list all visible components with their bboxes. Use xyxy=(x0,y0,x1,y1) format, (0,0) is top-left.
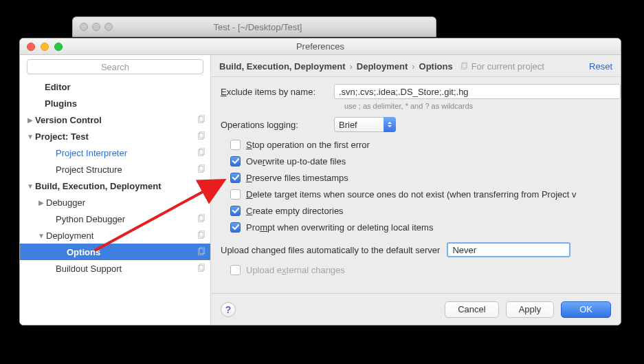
checkbox-icon xyxy=(230,156,241,167)
preferences-window: Preferences Editor Plugins ▶Version Cont… xyxy=(19,38,621,325)
settings-panel: Build, Execution, Deployment › Deploymen… xyxy=(211,55,621,325)
operations-logging-label: Operations logging: xyxy=(221,120,334,130)
copy-icon xyxy=(197,214,206,224)
for-current-project-label: For current project xyxy=(460,61,544,72)
checkbox-icon xyxy=(230,173,241,183)
sidebar-item-build-exec-deploy[interactable]: ▼Build, Execution, Deployment xyxy=(20,178,210,194)
checkbox-upload-external[interactable]: Upload external changes xyxy=(230,261,621,278)
parent-window-title: Test - [~/Desktop/Test] xyxy=(113,22,403,32)
chevron-right-icon: › xyxy=(349,61,352,72)
sidebar-item-debugger[interactable]: ▶Debugger xyxy=(20,194,210,211)
sidebar-item-version-control[interactable]: ▶Version Control xyxy=(20,111,210,128)
copy-icon xyxy=(197,148,206,158)
ok-button[interactable]: OK xyxy=(561,301,611,318)
exclude-items-field[interactable] xyxy=(334,84,621,99)
checkbox-option-3[interactable]: Delete target items when source ones do … xyxy=(230,186,621,202)
copy-icon xyxy=(197,115,206,125)
copy-icon xyxy=(197,231,206,240)
checkbox-label: Overwrite up-to-date files xyxy=(246,156,346,167)
sidebar-item-editor[interactable]: Editor xyxy=(20,78,210,95)
checkbox-icon xyxy=(230,206,241,216)
checkbox-label: Create empty directories xyxy=(246,206,344,216)
window-titlebar: Preferences xyxy=(20,39,621,55)
apply-button[interactable]: Apply xyxy=(506,301,555,318)
sidebar-item-project[interactable]: ▼Project: Test xyxy=(20,128,210,144)
operations-logging-select[interactable]: Brief xyxy=(334,117,396,132)
sidebar-item-project-structure[interactable]: Project Structure xyxy=(20,161,210,178)
sidebar-item-deployment[interactable]: ▼Deployment xyxy=(20,227,210,244)
upload-changed-label: Upload changed files automatically to th… xyxy=(221,245,440,255)
settings-tree: Editor Plugins ▶Version Control ▼Project… xyxy=(20,78,210,325)
checkbox-icon xyxy=(230,222,241,233)
checkbox-option-5[interactable]: Prompt when overwriting or deleting loca… xyxy=(230,219,621,235)
checkbox-label: Delete target items when source ones do … xyxy=(246,189,577,200)
copy-icon xyxy=(197,164,206,174)
reset-link[interactable]: Reset xyxy=(589,61,612,72)
breadcrumb-3: Options xyxy=(419,61,453,72)
checkbox-option-0[interactable]: Stop operation on the first error xyxy=(230,136,621,153)
parent-traffic-zoom[interactable] xyxy=(104,23,113,31)
checkbox-icon xyxy=(230,265,241,275)
parent-traffic-min[interactable] xyxy=(92,23,100,31)
checkbox-icon xyxy=(230,189,241,200)
checkbox-label: Stop operation on the first error xyxy=(246,140,370,150)
sidebar-item-python-debugger[interactable]: Python Debugger xyxy=(20,211,210,227)
copy-icon xyxy=(197,264,206,273)
sidebar-item-plugins[interactable]: Plugins xyxy=(20,95,210,111)
breadcrumb-1[interactable]: Build, Execution, Deployment xyxy=(219,61,345,72)
breadcrumb: Build, Execution, Deployment › Deploymen… xyxy=(211,55,621,77)
checkbox-label: Prompt when overwriting or deleting loca… xyxy=(246,222,433,233)
parent-traffic-close[interactable] xyxy=(80,23,88,31)
checkbox-option-4[interactable]: Create empty directories xyxy=(230,202,621,219)
cancel-button[interactable]: Cancel xyxy=(445,301,498,318)
exclude-items-label: Exclude items by name: xyxy=(221,87,334,97)
chevron-right-icon: › xyxy=(412,61,414,72)
search-input[interactable] xyxy=(27,59,203,74)
copy-icon xyxy=(197,131,206,141)
checkbox-option-1[interactable]: Overwrite up-to-date files xyxy=(230,153,621,169)
sidebar-item-buildout-support[interactable]: Buildout Support xyxy=(20,260,210,277)
exclude-hint: use ; as delimiter, * and ? as wildcards xyxy=(344,102,621,110)
upload-changed-select[interactable]: Never xyxy=(447,242,570,257)
dialog-footer: ? Cancel Apply OK xyxy=(211,293,621,325)
copy-icon xyxy=(197,247,206,257)
window-title: Preferences xyxy=(20,41,621,52)
help-button[interactable]: ? xyxy=(221,302,236,317)
sidebar-item-project-interpreter[interactable]: Project Interpreter xyxy=(20,144,210,161)
settings-sidebar: Editor Plugins ▶Version Control ▼Project… xyxy=(20,55,211,325)
sidebar-item-options[interactable]: Options xyxy=(20,244,210,260)
breadcrumb-2[interactable]: Deployment xyxy=(357,61,408,72)
copy-icon xyxy=(460,62,469,71)
dropdown-stepper-icon xyxy=(384,117,396,132)
parent-window-titlebar: Test - [~/Desktop/Test] xyxy=(72,17,436,37)
checkbox-label: Preserve files timestamps xyxy=(246,173,348,183)
checkbox-icon xyxy=(230,140,241,150)
checkbox-option-2[interactable]: Preserve files timestamps xyxy=(230,169,621,186)
